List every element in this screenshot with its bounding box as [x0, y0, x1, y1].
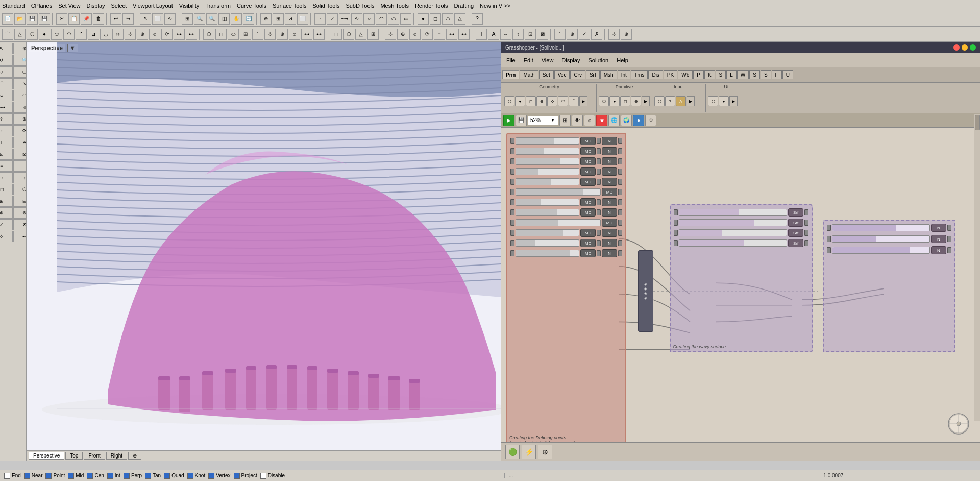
node-right-slider-1[interactable]: [679, 209, 787, 216]
gh-input-expand[interactable]: ▶: [687, 96, 695, 106]
node-slider-9[interactable]: [516, 219, 601, 226]
curve-tools-14[interactable]: ⟳: [161, 29, 173, 40]
node-far-body-2[interactable]: N: [931, 235, 946, 243]
side-tool-8[interactable]: ◠: [13, 90, 27, 101]
curve-tools-5[interactable]: ⬭: [51, 29, 62, 40]
surface-tools-2[interactable]: ◻: [215, 29, 227, 40]
curve-tools-12[interactable]: ⊕: [137, 29, 148, 40]
point-btn[interactable]: ·: [314, 13, 326, 25]
select-btn[interactable]: ↖: [140, 13, 151, 25]
snap-mid-check[interactable]: [68, 473, 74, 479]
node-body-2a[interactable]: MD: [580, 147, 596, 155]
tab-add[interactable]: ⊕: [128, 452, 141, 460]
side-tool-26[interactable]: ⊟: [13, 196, 27, 207]
curve-tools-9[interactable]: ◡: [100, 29, 111, 40]
snap-disable-check[interactable]: [260, 473, 266, 479]
misc-1[interactable]: ⋮: [554, 29, 566, 40]
node-slider-10[interactable]: [516, 229, 579, 236]
transform-7[interactable]: ⊷: [458, 29, 470, 40]
menu-drafting[interactable]: Drafting: [454, 3, 474, 9]
node-body-7a[interactable]: MD: [580, 198, 596, 206]
node-body-7b[interactable]: N: [602, 198, 617, 206]
menu-select[interactable]: Select: [111, 3, 127, 9]
gh-minimize-btn[interactable]: [962, 44, 968, 51]
rotate-tool[interactable]: ↺: [0, 55, 13, 66]
gh-bottom-btn-2[interactable]: ⚡: [522, 445, 536, 459]
line-btn[interactable]: ⟋: [327, 13, 338, 25]
zoom-out-btn[interactable]: 🔍: [206, 13, 217, 25]
gh-geom-btn-6[interactable]: ⬭: [558, 96, 568, 106]
side-tool-29[interactable]: ✓: [0, 219, 13, 230]
gh-geom-btn-7[interactable]: ⌒: [569, 96, 579, 106]
surface-tools-1[interactable]: ⬡: [203, 29, 214, 40]
redo-btn[interactable]: ↪: [122, 13, 134, 25]
node-slider-3[interactable]: [516, 158, 579, 165]
misc-5[interactable]: ⊹: [608, 29, 620, 40]
menu-cplanes[interactable]: CPlanes: [31, 3, 53, 9]
gh-input-btn-2[interactable]: 7: [665, 96, 675, 106]
gh-geom-btn-2[interactable]: ●: [515, 96, 525, 106]
gh-tab-wb[interactable]: Wb: [678, 70, 693, 79]
menu-transform[interactable]: Transform: [205, 3, 231, 9]
annotation-5[interactable]: ⊡: [525, 29, 536, 40]
gh-maximize-btn[interactable]: [970, 44, 976, 51]
gh-tab-w[interactable]: W: [737, 70, 749, 79]
tab-perspective[interactable]: Perspective: [29, 452, 64, 460]
gh-globe-btn[interactable]: 🌐: [608, 115, 620, 126]
node-slider-1[interactable]: [516, 137, 579, 145]
menu-render-tools[interactable]: Render Tools: [415, 3, 448, 9]
annotation-1[interactable]: T: [476, 29, 487, 40]
gh-settings-btn[interactable]: ⚙: [645, 115, 656, 126]
gh-tab-dis[interactable]: Dis: [648, 70, 663, 79]
side-tool-25[interactable]: ⊞: [0, 196, 13, 207]
side-tool-27[interactable]: ⊕: [0, 207, 13, 219]
gh-tab-trns[interactable]: Trns: [631, 70, 648, 79]
gh-input-btn-3[interactable]: A: [676, 96, 686, 106]
gh-tab-int[interactable]: Int: [618, 70, 630, 79]
snap-quad-check[interactable]: [164, 473, 170, 479]
solid-tools-2[interactable]: ⬡: [343, 29, 354, 40]
side-tool-21[interactable]: ↔: [0, 172, 13, 183]
node-right-slider-4[interactable]: [679, 239, 787, 247]
side-tool-19[interactable]: ≡: [0, 160, 13, 172]
gh-bottom-btn-1[interactable]: 🟢: [505, 445, 520, 459]
node-body-4b[interactable]: N: [602, 167, 617, 176]
side-tool-28[interactable]: ⊗: [13, 207, 27, 219]
snap-cen-check[interactable]: [87, 473, 93, 479]
gh-eye-btn[interactable]: 👁: [572, 115, 583, 126]
gh-preview-btn[interactable]: ⌽: [584, 115, 595, 126]
circle-btn[interactable]: ○: [363, 13, 375, 25]
cylinder-btn[interactable]: ⬭: [442, 13, 453, 25]
snap-int-check[interactable]: [107, 473, 113, 479]
menu-subd-tools[interactable]: SubD Tools: [346, 3, 374, 9]
node-slider-2[interactable]: [516, 148, 579, 155]
save-small-btn[interactable]: 💾: [39, 13, 50, 25]
open-btn[interactable]: 📂: [14, 13, 26, 25]
tab-front[interactable]: Front: [84, 452, 105, 460]
gh-geom-expand[interactable]: ▶: [579, 96, 587, 106]
snap-knot-check[interactable]: [187, 473, 193, 479]
side-tool-24[interactable]: ⬡: [13, 184, 27, 195]
node-body-10b[interactable]: N: [602, 229, 617, 237]
gh-zoom-dropdown[interactable]: ▼: [551, 118, 555, 123]
gh-geom-btn-5[interactable]: ⊹: [547, 96, 557, 106]
snap-end-check[interactable]: [4, 473, 10, 479]
node-right-body-4[interactable]: Srf: [788, 239, 803, 247]
cone-btn[interactable]: △: [454, 13, 465, 25]
curve-tools-8[interactable]: ⊿: [88, 29, 99, 40]
node-body-5b[interactable]: N: [602, 178, 617, 186]
rotate-btn[interactable]: 🔄: [243, 13, 254, 25]
side-tool-18[interactable]: ⊠: [13, 149, 27, 160]
viewport-perspective[interactable]: Perspective ▼: [27, 42, 501, 461]
ellipse-btn[interactable]: ⬭: [388, 13, 399, 25]
gh-input-btn-1[interactable]: ⬡: [654, 96, 665, 106]
curve-tools-1[interactable]: ⌒: [2, 29, 13, 40]
help-btn[interactable]: ?: [472, 13, 483, 25]
node-right-body-3[interactable]: Srf: [788, 229, 803, 237]
node-slider-11[interactable]: [516, 239, 579, 247]
gh-util-btn-1[interactable]: ⬡: [708, 96, 718, 106]
gh-menu-solution[interactable]: Solution: [585, 56, 611, 64]
node-body-11b[interactable]: N: [602, 239, 617, 247]
node-body-11a[interactable]: MD: [580, 239, 596, 247]
snap-vertex-check[interactable]: [208, 473, 214, 479]
